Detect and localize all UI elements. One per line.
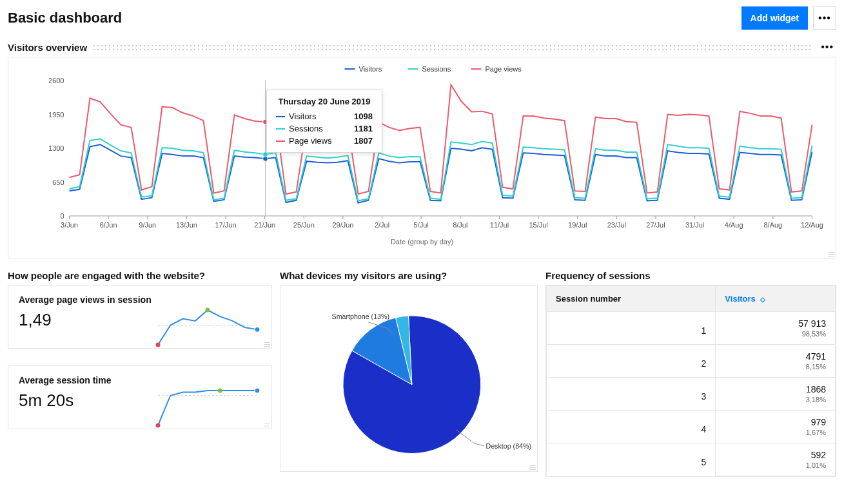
svg-text:2/Jul: 2/Jul <box>375 221 389 229</box>
chart-tooltip: Thursday 20 June 2019 Visitors1098Sessio… <box>266 90 382 153</box>
svg-point-59 <box>206 308 210 313</box>
widget-more-button[interactable]: ••• <box>818 41 836 53</box>
svg-point-58 <box>156 343 161 347</box>
table-row[interactable]: 24791 <box>547 345 836 363</box>
add-widget-button[interactable]: Add widget <box>741 6 808 30</box>
svg-text:4/Aug: 4/Aug <box>725 221 743 229</box>
stat-avg-pageviews: Average page views in session 1,49 <box>8 285 272 349</box>
table-row[interactable]: 157 913 <box>547 312 836 331</box>
table-row[interactable]: 5592 <box>547 443 836 462</box>
svg-text:2600: 2600 <box>48 77 64 84</box>
table-row[interactable]: 4979 <box>547 411 836 429</box>
more-icon: ••• <box>818 12 831 24</box>
table-row[interactable]: 31868 <box>547 378 836 396</box>
tooltip-row: Visitors1098 <box>276 110 373 122</box>
header-more-button[interactable]: ••• <box>813 6 836 30</box>
svg-text:12/Aug: 12/Aug <box>801 221 823 229</box>
overview-chart-panel: VisitorsSessionsPage views06501300195026… <box>8 57 836 258</box>
overview-line-chart[interactable]: VisitorsSessionsPage views06501300195026… <box>15 61 829 248</box>
svg-text:8/Jul: 8/Jul <box>453 221 467 229</box>
resize-grip-icon[interactable] <box>262 420 270 427</box>
svg-text:8/Aug: 8/Aug <box>763 221 782 229</box>
page-title: Basic dashboard <box>8 10 122 26</box>
svg-point-62 <box>156 423 161 428</box>
widget-title: Frequency of sessions <box>545 270 651 281</box>
devices-pie-panel: Smartphone (13%)Desktop (84%) <box>280 285 538 472</box>
svg-text:Desktop (84%): Desktop (84%) <box>486 442 531 450</box>
table-header-session-number[interactable]: Session number <box>547 286 716 312</box>
tooltip-title: Thursday 20 June 2019 <box>276 97 373 106</box>
sparkline <box>153 385 262 431</box>
frequency-table: Session number Visitors ◇ 157 91398,53%2… <box>546 286 836 476</box>
widget-header-engagement: How people are engaged with the website? <box>8 270 272 281</box>
resize-grip-icon[interactable] <box>262 339 270 347</box>
svg-text:23/Jul: 23/Jul <box>607 221 626 229</box>
svg-text:Smartphone (13%): Smartphone (13%) <box>332 313 390 320</box>
svg-text:1950: 1950 <box>48 111 64 119</box>
page-header: Basic dashboard Add widget ••• <box>8 6 836 30</box>
svg-text:19/Jul: 19/Jul <box>568 221 587 229</box>
svg-text:Visitors: Visitors <box>359 65 382 73</box>
svg-text:11/Jul: 11/Jul <box>490 221 509 229</box>
widget-title: What devices my visitors are using? <box>280 270 447 281</box>
svg-text:25/Jun: 25/Jun <box>293 221 315 229</box>
devices-pie-chart[interactable]: Smartphone (13%)Desktop (84%) <box>286 291 532 466</box>
svg-text:6/Jun: 6/Jun <box>100 221 117 229</box>
header-actions: Add widget ••• <box>741 6 836 30</box>
stat-avg-session-time: Average session time 5m 20s <box>8 365 272 429</box>
drag-handle[interactable] <box>92 44 813 50</box>
svg-text:21/Jun: 21/Jun <box>254 221 275 229</box>
svg-text:29/Jun: 29/Jun <box>332 221 353 229</box>
widget-header-devices: What devices my visitors are using? <box>280 270 538 281</box>
widget-title: How people are engaged with the website? <box>8 270 205 281</box>
table-header-visitors[interactable]: Visitors ◇ <box>716 286 836 312</box>
svg-point-64 <box>255 388 260 393</box>
svg-text:0: 0 <box>60 212 64 220</box>
widget-header-frequency: Frequency of sessions <box>545 270 836 281</box>
svg-text:13/Jun: 13/Jun <box>176 221 197 229</box>
frequency-table-panel: Session number Visitors ◇ 157 91398,53%2… <box>545 285 836 477</box>
resize-grip-icon[interactable] <box>528 462 536 470</box>
sort-icon: ◇ <box>760 296 765 303</box>
sparkline <box>153 305 262 350</box>
svg-text:3/Jun: 3/Jun <box>61 221 78 229</box>
widget-header-overview: Visitors overview ••• <box>8 41 836 53</box>
svg-text:31/Jul: 31/Jul <box>685 221 704 229</box>
svg-text:15/Jul: 15/Jul <box>529 221 547 229</box>
tooltip-row: Page views1807 <box>276 135 373 147</box>
tooltip-row: Sessions1181 <box>276 122 373 135</box>
header-label: Visitors <box>725 294 755 304</box>
svg-text:Date (group by day): Date (group by day) <box>391 238 453 246</box>
svg-point-63 <box>218 389 222 393</box>
widget-title: Visitors overview <box>8 42 87 53</box>
stat-label: Average page views in session <box>19 295 261 305</box>
svg-text:5/Jul: 5/Jul <box>414 221 429 229</box>
svg-text:650: 650 <box>52 179 64 186</box>
svg-text:9/Jun: 9/Jun <box>139 221 156 229</box>
svg-text:Page views: Page views <box>486 65 522 73</box>
resize-grip-icon[interactable] <box>827 249 834 257</box>
svg-text:17/Jun: 17/Jun <box>215 221 237 229</box>
stat-label: Average session time <box>19 375 261 385</box>
svg-point-60 <box>255 327 260 332</box>
svg-text:Sessions: Sessions <box>422 65 451 73</box>
svg-text:27/Jul: 27/Jul <box>646 221 665 229</box>
svg-text:1300: 1300 <box>48 144 64 152</box>
